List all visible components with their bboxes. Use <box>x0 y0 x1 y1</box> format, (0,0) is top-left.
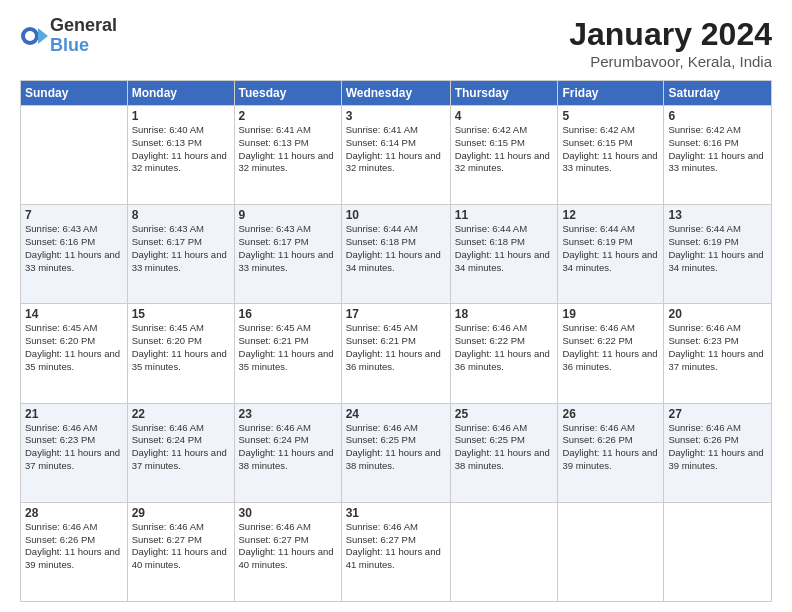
cell-info: Sunrise: 6:41 AMSunset: 6:13 PMDaylight:… <box>239 124 334 173</box>
day-number: 24 <box>346 407 446 421</box>
day-number: 27 <box>668 407 767 421</box>
cell-info: Sunrise: 6:46 AMSunset: 6:26 PMDaylight:… <box>562 422 657 471</box>
calendar-cell: 5Sunrise: 6:42 AMSunset: 6:15 PMDaylight… <box>558 106 664 205</box>
calendar-cell: 18Sunrise: 6:46 AMSunset: 6:22 PMDayligh… <box>450 304 558 403</box>
calendar-cell: 2Sunrise: 6:41 AMSunset: 6:13 PMDaylight… <box>234 106 341 205</box>
week-row-5: 28Sunrise: 6:46 AMSunset: 6:26 PMDayligh… <box>21 502 772 601</box>
logo: General Blue <box>20 16 117 56</box>
cell-info: Sunrise: 6:46 AMSunset: 6:24 PMDaylight:… <box>239 422 334 471</box>
calendar-cell <box>450 502 558 601</box>
cell-info: Sunrise: 6:44 AMSunset: 6:18 PMDaylight:… <box>455 223 550 272</box>
cell-info: Sunrise: 6:44 AMSunset: 6:19 PMDaylight:… <box>668 223 763 272</box>
header-sunday: Sunday <box>21 81 128 106</box>
title-block: January 2024 Perumbavoor, Kerala, India <box>569 16 772 70</box>
cell-info: Sunrise: 6:46 AMSunset: 6:23 PMDaylight:… <box>25 422 120 471</box>
cell-info: Sunrise: 6:46 AMSunset: 6:27 PMDaylight:… <box>346 521 441 570</box>
day-number: 3 <box>346 109 446 123</box>
day-number: 21 <box>25 407 123 421</box>
cell-info: Sunrise: 6:46 AMSunset: 6:25 PMDaylight:… <box>455 422 550 471</box>
cell-info: Sunrise: 6:46 AMSunset: 6:22 PMDaylight:… <box>455 322 550 371</box>
cell-info: Sunrise: 6:44 AMSunset: 6:19 PMDaylight:… <box>562 223 657 272</box>
cell-info: Sunrise: 6:40 AMSunset: 6:13 PMDaylight:… <box>132 124 227 173</box>
cell-info: Sunrise: 6:46 AMSunset: 6:22 PMDaylight:… <box>562 322 657 371</box>
calendar-cell: 27Sunrise: 6:46 AMSunset: 6:26 PMDayligh… <box>664 403 772 502</box>
day-number: 26 <box>562 407 659 421</box>
cell-info: Sunrise: 6:45 AMSunset: 6:21 PMDaylight:… <box>239 322 334 371</box>
logo-text: General Blue <box>50 16 117 56</box>
calendar-cell: 17Sunrise: 6:45 AMSunset: 6:21 PMDayligh… <box>341 304 450 403</box>
day-number: 16 <box>239 307 337 321</box>
header-row: Sunday Monday Tuesday Wednesday Thursday… <box>21 81 772 106</box>
month-title: January 2024 <box>569 16 772 53</box>
calendar-cell: 23Sunrise: 6:46 AMSunset: 6:24 PMDayligh… <box>234 403 341 502</box>
day-number: 20 <box>668 307 767 321</box>
calendar-cell: 13Sunrise: 6:44 AMSunset: 6:19 PMDayligh… <box>664 205 772 304</box>
calendar-cell: 9Sunrise: 6:43 AMSunset: 6:17 PMDaylight… <box>234 205 341 304</box>
calendar-cell: 6Sunrise: 6:42 AMSunset: 6:16 PMDaylight… <box>664 106 772 205</box>
day-number: 31 <box>346 506 446 520</box>
cell-info: Sunrise: 6:41 AMSunset: 6:14 PMDaylight:… <box>346 124 441 173</box>
day-number: 14 <box>25 307 123 321</box>
calendar-cell: 30Sunrise: 6:46 AMSunset: 6:27 PMDayligh… <box>234 502 341 601</box>
day-number: 9 <box>239 208 337 222</box>
header-saturday: Saturday <box>664 81 772 106</box>
cell-info: Sunrise: 6:46 AMSunset: 6:27 PMDaylight:… <box>239 521 334 570</box>
calendar-cell: 31Sunrise: 6:46 AMSunset: 6:27 PMDayligh… <box>341 502 450 601</box>
header-thursday: Thursday <box>450 81 558 106</box>
cell-info: Sunrise: 6:43 AMSunset: 6:17 PMDaylight:… <box>239 223 334 272</box>
calendar-page: General Blue January 2024 Perumbavoor, K… <box>0 0 792 612</box>
location-title: Perumbavoor, Kerala, India <box>569 53 772 70</box>
week-row-4: 21Sunrise: 6:46 AMSunset: 6:23 PMDayligh… <box>21 403 772 502</box>
day-number: 23 <box>239 407 337 421</box>
calendar-cell: 11Sunrise: 6:44 AMSunset: 6:18 PMDayligh… <box>450 205 558 304</box>
day-number: 25 <box>455 407 554 421</box>
day-number: 6 <box>668 109 767 123</box>
calendar-cell: 24Sunrise: 6:46 AMSunset: 6:25 PMDayligh… <box>341 403 450 502</box>
calendar-cell: 29Sunrise: 6:46 AMSunset: 6:27 PMDayligh… <box>127 502 234 601</box>
calendar-cell: 15Sunrise: 6:45 AMSunset: 6:20 PMDayligh… <box>127 304 234 403</box>
cell-info: Sunrise: 6:42 AMSunset: 6:16 PMDaylight:… <box>668 124 763 173</box>
calendar-cell: 10Sunrise: 6:44 AMSunset: 6:18 PMDayligh… <box>341 205 450 304</box>
header-monday: Monday <box>127 81 234 106</box>
week-row-1: 1Sunrise: 6:40 AMSunset: 6:13 PMDaylight… <box>21 106 772 205</box>
week-row-2: 7Sunrise: 6:43 AMSunset: 6:16 PMDaylight… <box>21 205 772 304</box>
cell-info: Sunrise: 6:43 AMSunset: 6:17 PMDaylight:… <box>132 223 227 272</box>
day-number: 22 <box>132 407 230 421</box>
calendar-cell <box>558 502 664 601</box>
calendar-cell: 20Sunrise: 6:46 AMSunset: 6:23 PMDayligh… <box>664 304 772 403</box>
day-number: 2 <box>239 109 337 123</box>
svg-marker-1 <box>38 28 48 44</box>
header-tuesday: Tuesday <box>234 81 341 106</box>
calendar-cell: 7Sunrise: 6:43 AMSunset: 6:16 PMDaylight… <box>21 205 128 304</box>
day-number: 17 <box>346 307 446 321</box>
calendar-cell: 1Sunrise: 6:40 AMSunset: 6:13 PMDaylight… <box>127 106 234 205</box>
day-number: 1 <box>132 109 230 123</box>
calendar-cell: 14Sunrise: 6:45 AMSunset: 6:20 PMDayligh… <box>21 304 128 403</box>
day-number: 18 <box>455 307 554 321</box>
calendar-cell: 21Sunrise: 6:46 AMSunset: 6:23 PMDayligh… <box>21 403 128 502</box>
calendar-cell: 26Sunrise: 6:46 AMSunset: 6:26 PMDayligh… <box>558 403 664 502</box>
day-number: 30 <box>239 506 337 520</box>
cell-info: Sunrise: 6:46 AMSunset: 6:23 PMDaylight:… <box>668 322 763 371</box>
page-header: General Blue January 2024 Perumbavoor, K… <box>20 16 772 70</box>
logo-general: General <box>50 16 117 36</box>
calendar-cell: 28Sunrise: 6:46 AMSunset: 6:26 PMDayligh… <box>21 502 128 601</box>
calendar-cell: 12Sunrise: 6:44 AMSunset: 6:19 PMDayligh… <box>558 205 664 304</box>
cell-info: Sunrise: 6:46 AMSunset: 6:24 PMDaylight:… <box>132 422 227 471</box>
calendar-cell: 16Sunrise: 6:45 AMSunset: 6:21 PMDayligh… <box>234 304 341 403</box>
header-friday: Friday <box>558 81 664 106</box>
day-number: 12 <box>562 208 659 222</box>
calendar-cell: 25Sunrise: 6:46 AMSunset: 6:25 PMDayligh… <box>450 403 558 502</box>
day-number: 4 <box>455 109 554 123</box>
cell-info: Sunrise: 6:46 AMSunset: 6:26 PMDaylight:… <box>25 521 120 570</box>
logo-icon <box>20 22 48 50</box>
calendar-cell: 19Sunrise: 6:46 AMSunset: 6:22 PMDayligh… <box>558 304 664 403</box>
svg-point-2 <box>25 31 35 41</box>
cell-info: Sunrise: 6:46 AMSunset: 6:27 PMDaylight:… <box>132 521 227 570</box>
day-number: 28 <box>25 506 123 520</box>
cell-info: Sunrise: 6:45 AMSunset: 6:20 PMDaylight:… <box>132 322 227 371</box>
cell-info: Sunrise: 6:42 AMSunset: 6:15 PMDaylight:… <box>562 124 657 173</box>
calendar-cell <box>21 106 128 205</box>
cell-info: Sunrise: 6:44 AMSunset: 6:18 PMDaylight:… <box>346 223 441 272</box>
calendar-table: Sunday Monday Tuesday Wednesday Thursday… <box>20 80 772 602</box>
